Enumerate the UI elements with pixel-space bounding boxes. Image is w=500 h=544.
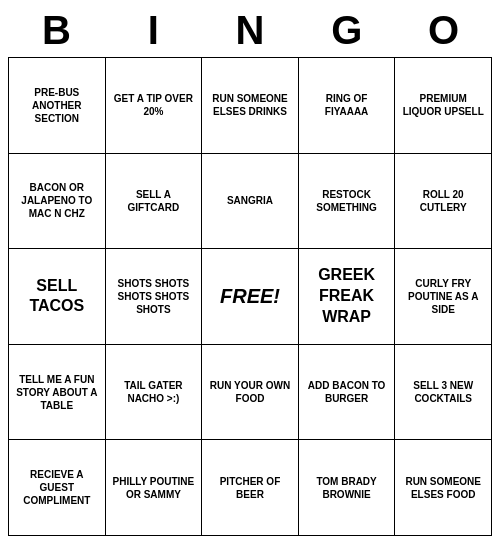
bingo-cell-2-1[interactable]: SHOTS SHOTS SHOTS SHOTS SHOTS — [105, 249, 202, 345]
letter-g: G — [298, 8, 395, 53]
bingo-cell-4-3[interactable]: TOM BRADY BROWNIE — [298, 440, 395, 536]
letter-i: I — [105, 8, 202, 53]
letter-b: B — [8, 8, 105, 53]
bingo-cell-3-2[interactable]: RUN YOUR OWN FOOD — [202, 344, 299, 440]
bingo-cell-4-0[interactable]: RECIEVE A GUEST COMPLIMENT — [9, 440, 106, 536]
bingo-cell-2-4[interactable]: CURLY FRY POUTINE AS A SIDE — [395, 249, 492, 345]
bingo-cell-3-0[interactable]: TELL ME A FUN STORY ABOUT A TABLE — [9, 344, 106, 440]
bingo-cell-0-4[interactable]: PREMIUM LIQUOR UPSELL — [395, 58, 492, 154]
bingo-cell-3-4[interactable]: SELL 3 NEW COCKTAILS — [395, 344, 492, 440]
bingo-cell-4-1[interactable]: PHILLY POUTINE OR SAMMY — [105, 440, 202, 536]
letter-n: N — [202, 8, 299, 53]
bingo-cell-0-1[interactable]: GET A TIP OVER 20% — [105, 58, 202, 154]
bingo-cell-2-3[interactable]: GREEK FREAK WRAP — [298, 249, 395, 345]
bingo-cell-0-3[interactable]: RING OF FIYAAAA — [298, 58, 395, 154]
bingo-cell-3-3[interactable]: ADD BACON TO BURGER — [298, 344, 395, 440]
bingo-cell-2-0[interactable]: SELL TACOS — [9, 249, 106, 345]
bingo-cell-3-1[interactable]: TAIL GATER NACHO >:) — [105, 344, 202, 440]
bingo-cell-2-2[interactable]: Free! — [202, 249, 299, 345]
bingo-cell-1-3[interactable]: RESTOCK SOMETHING — [298, 153, 395, 249]
letter-o: O — [395, 8, 492, 53]
bingo-cell-1-2[interactable]: SANGRIA — [202, 153, 299, 249]
bingo-title: B I N G O — [8, 8, 492, 53]
bingo-cell-0-2[interactable]: RUN SOMEONE ELSES DRINKS — [202, 58, 299, 154]
bingo-cell-0-0[interactable]: PRE-BUS ANOTHER SECTION — [9, 58, 106, 154]
bingo-cell-4-4[interactable]: RUN SOMEONE ELSES FOOD — [395, 440, 492, 536]
bingo-cell-4-2[interactable]: PITCHER OF BEER — [202, 440, 299, 536]
bingo-cell-1-4[interactable]: ROLL 20 CUTLERY — [395, 153, 492, 249]
bingo-cell-1-0[interactable]: BACON OR JALAPENO TO MAC N CHZ — [9, 153, 106, 249]
bingo-cell-1-1[interactable]: SELL A GIFTCARD — [105, 153, 202, 249]
bingo-grid: PRE-BUS ANOTHER SECTIONGET A TIP OVER 20… — [8, 57, 492, 536]
